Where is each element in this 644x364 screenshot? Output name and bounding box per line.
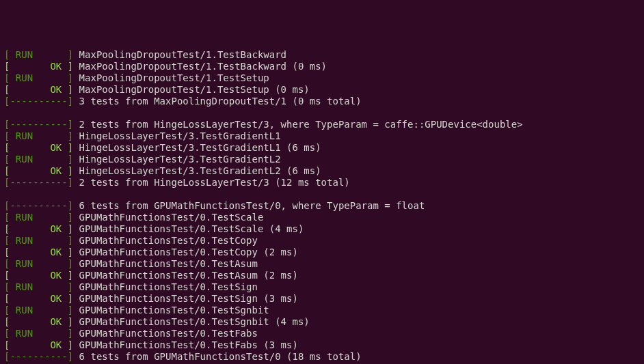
message-text: GPUMathFunctionsTest/0.TestAsum xyxy=(79,258,258,269)
status-tag: [ RUN ] xyxy=(4,154,73,165)
output-line: [ OK ] GPUMathFunctionsTest/0.TestSign (… xyxy=(4,293,640,305)
output-line: [ RUN ] HingeLossLayerTest/3.TestGradien… xyxy=(4,154,640,165)
output-line xyxy=(4,188,640,200)
status-tag: [ OK ] xyxy=(4,61,73,72)
status-tag: [ OK ] xyxy=(4,247,73,257)
output-line: [ OK ] GPUMathFunctionsTest/0.TestSgnbit… xyxy=(4,316,640,328)
status-tag: [ OK ] xyxy=(4,223,73,234)
message-text: MaxPoolingDropoutTest/1.TestBackward xyxy=(79,49,286,60)
output-line: [ OK ] HingeLossLayerTest/3.TestGradient… xyxy=(4,165,640,177)
output-line xyxy=(4,107,640,119)
status-tag: [----------] xyxy=(4,177,73,188)
message-text: GPUMathFunctionsTest/0.TestScale (4 ms) xyxy=(79,223,304,234)
output-line: [ OK ] MaxPoolingDropoutTest/1.TestSetup… xyxy=(4,84,640,96)
message-text: GPUMathFunctionsTest/0.TestSign (3 ms) xyxy=(79,293,298,304)
status-tag: [ OK ] xyxy=(4,165,73,176)
message-text: MaxPoolingDropoutTest/1.TestBackward (0 … xyxy=(79,61,327,72)
message-text: HingeLossLayerTest/3.TestGradientL1 (6 m… xyxy=(79,142,321,153)
status-tag: [ OK ] xyxy=(4,142,73,153)
output-line: [----------] 6 tests from GPUMathFunctio… xyxy=(4,200,640,212)
message-text: GPUMathFunctionsTest/0.TestCopy (2 ms) xyxy=(79,247,298,257)
status-tag: [ RUN ] xyxy=(4,212,73,223)
message-text: 6 tests from GPUMathFunctionsTest/0 (18 … xyxy=(79,351,362,362)
output-line: [ RUN ] GPUMathFunctionsTest/0.TestCopy xyxy=(4,235,640,247)
output-line: [ RUN ] HingeLossLayerTest/3.TestGradien… xyxy=(4,130,640,142)
status-tag: [ RUN ] xyxy=(4,328,73,339)
message-text: 2 tests from HingeLossLayerTest/3 (12 ms… xyxy=(79,177,350,188)
status-tag: [ OK ] xyxy=(4,293,73,304)
status-tag: [ RUN ] xyxy=(4,281,73,292)
status-tag: [ RUN ] xyxy=(4,72,73,83)
status-tag: [ RUN ] xyxy=(4,130,73,141)
output-line: [ RUN ] MaxPoolingDropoutTest/1.TestSetu… xyxy=(4,72,640,84)
status-tag: [ RUN ] xyxy=(4,258,73,269)
message-text: 2 tests from HingeLossLayerTest/3, where… xyxy=(79,119,523,130)
output-line: [ RUN ] GPUMathFunctionsTest/0.TestAsum xyxy=(4,258,640,270)
status-tag: [----------] xyxy=(4,351,73,362)
message-text: GPUMathFunctionsTest/0.TestSign xyxy=(79,281,258,292)
output-line: [ OK ] HingeLossLayerTest/3.TestGradient… xyxy=(4,142,640,154)
message-text: GPUMathFunctionsTest/0.TestFabs (3 ms) xyxy=(79,339,298,350)
output-line: [ OK ] GPUMathFunctionsTest/0.TestScale … xyxy=(4,223,640,235)
message-text: GPUMathFunctionsTest/0.TestAsum (2 ms) xyxy=(79,270,298,281)
message-text: MaxPoolingDropoutTest/1.TestSetup (0 ms) xyxy=(79,84,310,95)
message-text: GPUMathFunctionsTest/0.TestSgnbit xyxy=(79,305,269,316)
message-text: 3 tests from MaxPoolingDropoutTest/1 (0 … xyxy=(79,96,362,107)
output-line: [ OK ] GPUMathFunctionsTest/0.TestCopy (… xyxy=(4,247,640,258)
status-tag: [----------] xyxy=(4,200,73,211)
status-tag: [ OK ] xyxy=(4,339,73,350)
message-text: GPUMathFunctionsTest/0.TestSgnbit (4 ms) xyxy=(79,316,310,327)
status-tag: [ OK ] xyxy=(4,270,73,281)
status-tag: [ RUN ] xyxy=(4,49,73,60)
output-line: [ OK ] GPUMathFunctionsTest/0.TestFabs (… xyxy=(4,339,640,351)
message-text: GPUMathFunctionsTest/0.TestFabs xyxy=(79,328,258,339)
status-tag: [ RUN ] xyxy=(4,235,73,246)
output-line: [ OK ] GPUMathFunctionsTest/0.TestAsum (… xyxy=(4,270,640,281)
status-tag: [----------] xyxy=(4,119,73,130)
message-text: 6 tests from GPUMathFunctionsTest/0, whe… xyxy=(79,200,425,211)
status-tag: [----------] xyxy=(4,96,73,107)
message-text: HingeLossLayerTest/3.TestGradientL2 (6 m… xyxy=(79,165,321,176)
message-text: MaxPoolingDropoutTest/1.TestSetup xyxy=(79,72,269,83)
output-line: [ RUN ] GPUMathFunctionsTest/0.TestSign xyxy=(4,281,640,293)
output-line: [----------] 6 tests from GPUMathFunctio… xyxy=(4,351,640,363)
status-tag: [ RUN ] xyxy=(4,305,73,316)
message-text: GPUMathFunctionsTest/0.TestCopy xyxy=(79,235,258,246)
terminal-output: [ RUN ] MaxPoolingDropoutTest/1.TestBack… xyxy=(4,49,640,364)
output-line: [ RUN ] MaxPoolingDropoutTest/1.TestBack… xyxy=(4,49,640,61)
message-text: GPUMathFunctionsTest/0.TestScale xyxy=(79,212,264,223)
message-text: HingeLossLayerTest/3.TestGradientL1 xyxy=(79,130,281,141)
message-text: HingeLossLayerTest/3.TestGradientL2 xyxy=(79,154,281,165)
output-line: [----------] 3 tests from MaxPoolingDrop… xyxy=(4,96,640,107)
output-line: [ OK ] MaxPoolingDropoutTest/1.TestBackw… xyxy=(4,61,640,72)
output-line: [ RUN ] GPUMathFunctionsTest/0.TestScale xyxy=(4,212,640,223)
status-tag: [ OK ] xyxy=(4,84,73,95)
status-tag: [ OK ] xyxy=(4,316,73,327)
output-line: [ RUN ] GPUMathFunctionsTest/0.TestSgnbi… xyxy=(4,305,640,316)
output-line: [ RUN ] GPUMathFunctionsTest/0.TestFabs xyxy=(4,328,640,339)
output-line: [----------] 2 tests from HingeLossLayer… xyxy=(4,177,640,188)
output-line: [----------] 2 tests from HingeLossLayer… xyxy=(4,119,640,130)
